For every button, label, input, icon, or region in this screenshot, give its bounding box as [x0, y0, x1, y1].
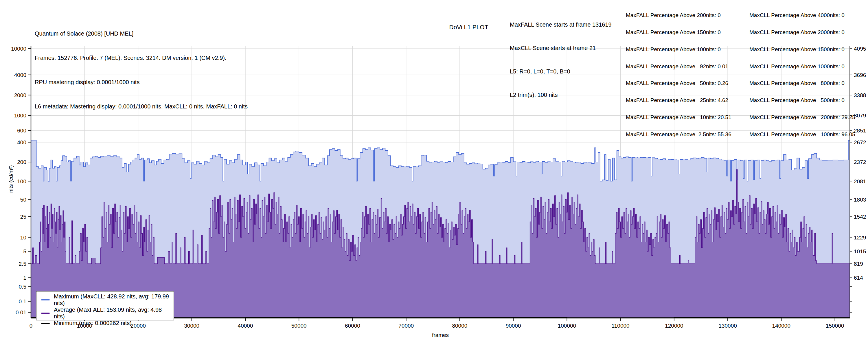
- y-axis-code-label: 2672: [854, 139, 866, 146]
- y-axis-code-label: 2851: [854, 128, 866, 134]
- x-axis-tick-label: 120000: [665, 323, 683, 329]
- legend-label-minimum: Minimum (max: 0.000262 nits): [54, 320, 132, 326]
- rpu-mastering-display: RPU mastering display: 0.0001/1000 nits: [35, 78, 248, 86]
- maxfall-stats-block: MaxFALL Percentage Above 200nits: 0 MaxF…: [626, 1, 732, 148]
- legend-label-average: Average (MaxFALL: 153.09 nits, avg: 4.98…: [54, 307, 174, 320]
- x-axis-tick-label: 130000: [718, 323, 737, 329]
- maxcll-stat-line: MaxCLL Percentage Above 200nits: 29.25: [749, 115, 855, 120]
- maxfall-stat-line: MaxFALL Percentage Above 25nits: 4.62: [626, 97, 732, 103]
- x-axis-tick-label: 40000: [238, 323, 253, 329]
- y-axis-tick-label: 1000: [14, 113, 26, 119]
- scene-info-block: MaxFALL Scene starts at frame 131619 Max…: [510, 5, 612, 115]
- legend-item-minimum: Minimum (max: 0.000262 nits): [41, 320, 174, 326]
- x-axis-title: frames: [423, 332, 458, 338]
- maxfall-scene-start: MaxFALL Scene starts at frame 131619: [510, 21, 612, 29]
- y-axis-code-label: 4095: [854, 46, 866, 52]
- movie-title: Quantum of Solace (2008) [UHD MEL]: [35, 30, 248, 38]
- maxfall-stat-line: MaxFALL Percentage Above 92nits: 0.01: [626, 64, 732, 69]
- legend-item-average: Average (MaxFALL: 153.09 nits, avg: 4.98…: [41, 307, 174, 320]
- x-axis-tick-label: 100000: [558, 323, 576, 329]
- y-axis-tick-label: 10: [20, 234, 26, 241]
- stream-info: Frames: 152776. Profile: 7 (MEL). Scenes…: [35, 54, 248, 62]
- maxcll-stat-line: MaxCLL Percentage Above 800nits: 0: [749, 81, 855, 86]
- y-axis-tick-label: 2000: [14, 92, 26, 98]
- x-axis-tick-label: 90000: [506, 323, 521, 329]
- l2-trims: L2 trim(s): 100 nits: [510, 91, 612, 99]
- maxcll-stat-line: MaxCLL Percentage Above 1500nits: 0: [749, 46, 855, 52]
- x-axis-tick-label: 60000: [345, 323, 360, 329]
- average-line-swatch: [41, 313, 50, 314]
- y-axis-code-label: 3388: [854, 92, 866, 98]
- y-axis-tick-label: 400: [17, 139, 26, 146]
- y-axis-tick-label: 1: [23, 275, 26, 281]
- l6-metadata: L6 metadata: Mastering display: 0.0001/1…: [35, 102, 248, 111]
- maxcll-scene-start: MaxCLL Scene starts at frame 21: [510, 44, 612, 52]
- l5-offsets: L5: R=0, L=0, T=0, B=0: [510, 68, 612, 75]
- y-axis-tick-label: 600: [17, 128, 26, 134]
- maxcll-stat-line: MaxCLL Percentage Above 500nits: 0: [749, 97, 855, 103]
- x-axis-tick-label: 50000: [291, 323, 307, 329]
- y-axis-tick-label: 10000: [11, 46, 26, 52]
- y-axis-code-label: 3696: [854, 72, 866, 78]
- y-axis-code-label: 2372: [854, 159, 866, 165]
- y-axis-code-label: 3079: [854, 113, 866, 119]
- maxfall-stat-line: MaxFALL Percentage Above 150nits: 0: [626, 30, 732, 35]
- maximum-line-swatch: [41, 299, 50, 301]
- dovi-l1-plot-page: 1000040954000369620003388100030796002851…: [0, 0, 868, 347]
- x-axis-tick-label: 80000: [452, 323, 467, 329]
- y-axis-code-label: 1803: [854, 197, 866, 203]
- y-axis-code-label: 819: [854, 261, 863, 267]
- y-axis-code-label: 1015: [854, 248, 866, 254]
- maxcll-stat-line: MaxCLL Percentage Above 1000nits: 0: [749, 64, 855, 69]
- y-axis-code-label: 1229: [854, 234, 866, 241]
- x-axis-tick-label: 30000: [184, 323, 199, 329]
- y-axis-title: nits (cd/m²): [8, 159, 14, 199]
- y-axis-tick-label: 0.5: [19, 284, 26, 290]
- y-axis-tick-label: 25: [20, 214, 26, 220]
- legend-item-maximum: Maximum (MaxCLL: 428.92 nits, avg: 179.9…: [41, 293, 174, 307]
- y-axis-code-label: 2081: [854, 179, 866, 185]
- maxfall-stat-line: MaxFALL Percentage Above 100nits: 0: [626, 46, 732, 52]
- y-axis-code-label: 1542: [854, 214, 866, 220]
- y-axis-tick-label: 5: [23, 248, 26, 254]
- minimum-line-swatch: [41, 323, 50, 324]
- y-axis-tick-label: 2.5: [19, 261, 26, 267]
- x-axis-tick-label: 150000: [826, 323, 844, 329]
- plot-title: DoVi L1 PLOT: [425, 24, 512, 31]
- x-axis-tick-label: 110000: [612, 323, 629, 329]
- y-axis-tick-label: 200: [17, 159, 26, 165]
- maxfall-stat-line: MaxFALL Percentage Above 50nits: 0.26: [626, 81, 732, 86]
- y-axis-tick-label: 0.01: [16, 309, 26, 315]
- maxcll-stats-block: MaxCLL Percentage Above 4000nits: 0 MaxC…: [749, 1, 855, 148]
- legend-box: Maximum (MaxCLL: 428.92 nits, avg: 179.9…: [36, 291, 174, 320]
- y-axis-tick-label: 100: [17, 179, 26, 185]
- y-axis-tick-label: 0.1: [19, 298, 26, 305]
- x-axis-tick-label: 70000: [398, 323, 414, 329]
- y-axis-code-label: 614: [854, 275, 863, 281]
- legend-label-maximum: Maximum (MaxCLL: 428.92 nits, avg: 179.9…: [54, 293, 174, 307]
- file-info-block: Quantum of Solace (2008) [UHD MEL] Frame…: [35, 13, 248, 127]
- x-axis-tick-label: 0: [30, 323, 33, 329]
- y-axis-tick-label: 50: [20, 197, 26, 203]
- maxfall-stat-line: MaxFALL Percentage Above 2.5nits: 55.36: [626, 132, 732, 137]
- x-axis-tick-label: 140000: [772, 323, 790, 329]
- maxcll-stat-line: MaxCLL Percentage Above 2000nits: 0: [749, 30, 855, 35]
- maxfall-stat-line: MaxFALL Percentage Above 10nits: 20.51: [626, 115, 732, 120]
- maxcll-stat-line: MaxCLL Percentage Above 100nits: 96.05: [749, 132, 855, 137]
- maxcll-stat-line: MaxCLL Percentage Above 4000nits: 0: [749, 12, 855, 18]
- y-axis-tick-label: 4000: [14, 72, 26, 78]
- maxfall-stat-line: MaxFALL Percentage Above 200nits: 0: [626, 12, 732, 18]
